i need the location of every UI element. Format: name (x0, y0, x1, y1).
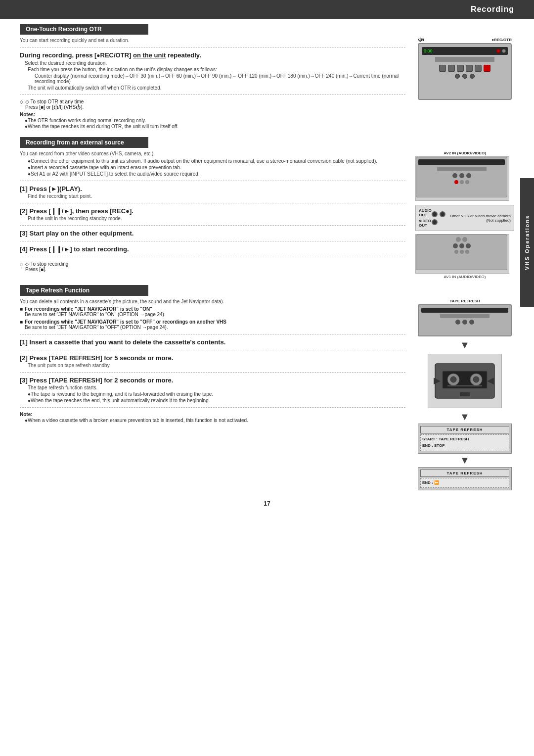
diamond-icon2: ◇ (20, 262, 23, 267)
vcr-display-text: 0:00 (424, 48, 433, 53)
tr-left: You can delete all contents in a cassett… (20, 299, 405, 490)
av1-device (415, 234, 509, 274)
otr-main-heading: During recording, press [●REC/OTR] on th… (20, 51, 405, 59)
video-out-label: VIDEOOUT (419, 219, 432, 228)
ext-stop-note: ◇ ◇ To stop recording Press [■]. (20, 261, 405, 272)
vhs-tab-label: VHS Operations (524, 215, 530, 270)
cassette-illustration: ▶ ◀ (428, 354, 502, 408)
tr-jet-on-title: For recordings while "JET NAVIGATOR" is … (25, 306, 166, 312)
btn2 (448, 65, 455, 72)
tr-status-display2: TAPE REFRESH END : ⏩ (418, 467, 512, 491)
vhs-side-tab: VHS Operations (520, 178, 534, 307)
tr-end-stop-label: END : ⏩ (422, 480, 507, 486)
tape-refresh-content: You can delete all contents in a cassett… (20, 299, 514, 490)
tr-jet-off-block: ■ For recordings while "JET NAVIGATOR" i… (20, 319, 405, 330)
av-left-side: AUDIOOUT VIDEOOUT (419, 208, 432, 228)
tr-step3-sub: The tape refresh function starts. (28, 385, 405, 390)
otr-section-header: One-Touch Recording OTR (20, 24, 148, 35)
port3 (470, 74, 475, 79)
tr-step1-heading: [1] Insert a cassette that you want to d… (20, 338, 405, 346)
otr-device-labels: ⏻/I ●REC/OTR (418, 38, 512, 42)
ext-source-content: You can record from other video sources … (20, 151, 514, 279)
av-ports (432, 211, 445, 225)
tr-step2-sub: The unit puts on tape refresh standby. (28, 363, 405, 368)
otr-section: One-Touch Recording OTR You can start re… (20, 24, 514, 131)
tr-jet-off-body: Be sure to set "JET NAVIGATOR" to "OFF" … (25, 325, 226, 330)
rec-btn (484, 65, 490, 72)
tr-status-display1: TAPE REFRESH START : TAPE REFRESH END : … (418, 424, 512, 454)
tape-refresh-header: Tape Refresh Function (20, 285, 148, 296)
power-label: ⏻/I (418, 38, 424, 42)
ext-stop-title: ◇ To stop recording (25, 261, 68, 267)
otr-right: ⏻/I ●REC/OTR 0:00 (415, 38, 514, 131)
av1-label: AV1 IN (AUDIO/VIDEO) (415, 275, 514, 279)
tr-tape-refresh-label1: TAPE REFRESH (446, 427, 483, 432)
port1 (455, 74, 460, 79)
otr-note-1: ●The OTR function works during normal re… (25, 118, 405, 123)
av-diagram-inner: AUDIOOUT VIDEOOUT (419, 208, 511, 228)
otr-vcr-body: 0:00 (418, 43, 512, 100)
otr-device-area: ⏻/I ●REC/OTR 0:00 (418, 38, 512, 100)
vcr-indicator-row (496, 49, 506, 53)
svg-point-5 (473, 377, 479, 382)
step2-sub: Put the unit in the recording standby mo… (28, 216, 405, 221)
otr-stop-title: ◇ To stop OTR at any time (25, 99, 84, 104)
otr-stop-text: Press [■] or [⏻/I] (VHS⏻). (25, 104, 84, 110)
btn4 (466, 65, 473, 72)
vcr-ports-row (422, 74, 508, 79)
tr-step2-heading: [2] Press [TAPE REFRESH] for 5 seconds o… (20, 354, 405, 362)
page-container: Recording VHS Operations One-Touch Recor… (0, 0, 534, 756)
svg-point-3 (450, 377, 456, 382)
tr-status-row1: TAPE REFRESH (420, 426, 509, 433)
svg-text:▶: ▶ (434, 376, 441, 385)
main-content: One-Touch Recording OTR You can start re… (0, 19, 534, 527)
svg-text:◀: ◀ (487, 376, 494, 385)
btn3 (457, 65, 464, 72)
vcr-buttons-row (422, 65, 508, 72)
av2-device (415, 156, 509, 201)
tape-slot (435, 57, 494, 62)
tr-jet-on-text: For recordings while "JET NAVIGATOR" is … (25, 306, 166, 317)
tr-step3-b1: ●The tape is rewound to the beginning, a… (28, 391, 405, 397)
tr-start-label: START : TAPE REFRESH (422, 436, 507, 443)
step3-heading: [3] Start play on the other equipment. (20, 230, 405, 237)
ind2 (502, 49, 506, 53)
otr-bullet2: The unit will automatically switch off w… (28, 85, 405, 91)
otr-counter-text: Counter display (normal recording mode)→… (35, 73, 405, 84)
ext-source-section: Recording from an external source You ca… (20, 137, 514, 279)
tr-end-label: END : STOP (422, 443, 507, 449)
otr-left: You can start recording quickly and set … (20, 38, 405, 131)
tr-jet-on-body: Be sure to set "JET NAVIGATOR" to "ON" (… (25, 312, 166, 317)
otr-notes: Notes: ●The OTR function works during no… (20, 112, 405, 129)
diamond-icon: ◇ (20, 99, 23, 104)
tr-step3-b2: ●When the tape reaches the end, this uni… (28, 398, 405, 403)
audio-out-label: AUDIOOUT (419, 208, 432, 217)
rec-indicator (496, 49, 500, 53)
ext-bullet1: ●Connect the other equipment to this uni… (28, 158, 405, 164)
tr-note-label: Note: (20, 412, 405, 417)
step2-heading: [2] Press [❙❙/►], then press [REC●]. (20, 207, 405, 215)
tr-right: TAPE REFRESH ▼ (415, 299, 514, 490)
tr-end-box: END : ⏩ (420, 478, 509, 488)
ext-source-header: Recording from an external source (20, 137, 148, 148)
header-bar: Recording (0, 0, 534, 19)
tr-jet-off-title: For recordings while "JET NAVIGATOR" is … (25, 319, 226, 325)
step1-sub: Find the recording start point. (28, 193, 405, 199)
tr-status-row2: TAPE REFRESH (420, 470, 509, 477)
otr-note-2: ●When the tape reaches its end during OT… (25, 124, 405, 129)
vcr-display: 0:00 (422, 47, 508, 55)
av2-area: AV2 IN (AUDIO/VIDEO) (415, 151, 514, 205)
port2 (462, 74, 467, 79)
tape-refresh-section: Tape Refresh Function You can delete all… (20, 285, 514, 490)
tr-tape-refresh-label2: TAPE REFRESH (446, 471, 483, 475)
tr-step3-heading: [3] Press [TAPE REFRESH] for 2 seconds o… (20, 377, 405, 384)
arrow-down-3: ▼ (460, 455, 470, 466)
black-sq2: ■ (20, 319, 23, 330)
otr-intro: You can start recording quickly and set … (20, 38, 405, 43)
ext-stop-text: Press [■]. (25, 267, 46, 272)
ext-right: AV2 IN (AUDIO/VIDEO) (415, 151, 514, 279)
otr-sub1: Select the desired recording duration. (25, 60, 405, 66)
av-diagram: AUDIOOUT VIDEOOUT (415, 205, 514, 231)
av-right-label: Other VHS or Video movie camera (Not sup… (445, 214, 511, 223)
notes-label: Notes: (20, 112, 405, 117)
